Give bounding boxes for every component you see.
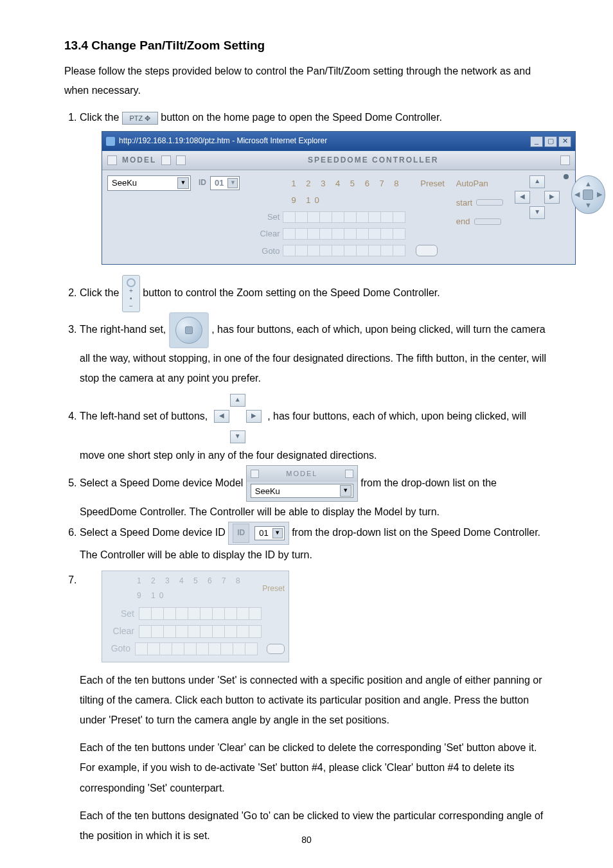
step-down-button[interactable]: ▼ bbox=[230, 430, 245, 443]
step-2: Click the button to control the Zoom set… bbox=[80, 275, 549, 312]
step-up-button[interactable]: ▲ bbox=[529, 175, 545, 188]
id-select-value: 01 bbox=[215, 175, 224, 191]
page-number: 80 bbox=[0, 835, 613, 845]
row-goto-label: Goto bbox=[251, 243, 280, 259]
model-select-value: SeeKu bbox=[255, 483, 280, 499]
speed-dome-controller-window: http://192.168.1.19:1080/ptz.htm - Micro… bbox=[102, 131, 576, 265]
set-buttons-row[interactable] bbox=[283, 211, 405, 223]
row-goto-label: Goto bbox=[106, 640, 130, 657]
id-label: ID bbox=[233, 524, 249, 542]
chevron-down-icon[interactable]: ▼ bbox=[227, 178, 238, 188]
step5-pre: Select a Speed Dome device Model bbox=[80, 477, 246, 488]
autopan-start-button[interactable] bbox=[476, 199, 503, 206]
step2-post: button to control the Zoom setting on th… bbox=[143, 287, 440, 298]
step4-pre: The left-hand set of buttons, bbox=[80, 411, 211, 421]
step-up-button[interactable]: ▲ bbox=[230, 394, 245, 407]
model-select[interactable]: SeeKu ▼ bbox=[107, 175, 191, 191]
step7-para1: Each of the ten buttons under 'Set' is c… bbox=[80, 670, 549, 731]
preset-header: Preset bbox=[420, 175, 445, 208]
id-label: ID bbox=[199, 175, 206, 190]
header-title: SPEEDDOME CONTROLLER bbox=[308, 153, 438, 168]
row-set-label: Set bbox=[106, 605, 134, 623]
controller-header-bar: MODEL SPEEDDOME CONTROLLER bbox=[102, 151, 575, 170]
step-arrow-pad: ▲ ◀ ▶ ▼ bbox=[515, 175, 560, 219]
step-3: The right-hand set, , has four buttons, … bbox=[80, 312, 549, 388]
step-5: Select a Speed Dome device Model MODEL S… bbox=[80, 465, 549, 522]
row-set-label: Set bbox=[251, 209, 280, 225]
preset-numbers: 1 2 3 4 5 6 7 8 9 10 bbox=[137, 574, 249, 604]
ptz-button[interactable]: PTZ ✥ bbox=[122, 112, 158, 125]
header-model-label: MODEL bbox=[122, 153, 156, 168]
window-maximize-button[interactable]: ▢ bbox=[544, 136, 557, 147]
chevron-down-icon[interactable]: ▼ bbox=[177, 177, 189, 189]
autopan-label: AutoPan bbox=[456, 175, 503, 191]
header-square-icon bbox=[107, 155, 117, 165]
header-square-icon bbox=[161, 155, 171, 165]
step2-pre: Click the bbox=[80, 287, 122, 298]
step-right-button[interactable]: ▶ bbox=[544, 191, 560, 204]
step1-post: button on the home page to open the Spee… bbox=[161, 112, 442, 123]
step6-pre: Select a Speed Dome device ID bbox=[80, 527, 228, 538]
model-widget-header: MODEL bbox=[286, 467, 317, 481]
section-heading: 13.4 Change Pan/Tilt/Zoom Setting bbox=[64, 39, 549, 53]
step1-pre: Click the bbox=[80, 112, 122, 123]
continuous-arrow-pad-image[interactable] bbox=[169, 312, 209, 348]
id-select-value: 01 bbox=[259, 525, 268, 541]
step-arrow-pad-image[interactable]: ▲ ◀ ▶ ▼ bbox=[211, 388, 265, 445]
id-select-widget: ID 01 ▼ bbox=[228, 522, 289, 544]
autopan-group: AutoPan start end bbox=[456, 175, 503, 229]
chevron-down-icon[interactable]: ▼ bbox=[272, 528, 283, 538]
step-right-button[interactable]: ▶ bbox=[246, 410, 262, 423]
cont-left-button[interactable]: ◀ bbox=[574, 188, 580, 201]
model-select[interactable]: SeeKu ▼ bbox=[251, 484, 353, 498]
preset-cycle-button[interactable] bbox=[267, 644, 285, 654]
ie-icon bbox=[106, 137, 115, 146]
header-square-icon bbox=[251, 470, 259, 478]
goto-buttons-row[interactable] bbox=[283, 245, 405, 256]
id-select-group: ID 01 ▼ bbox=[199, 175, 240, 190]
row-clear-label: Clear bbox=[106, 623, 134, 640]
step3-pre: The right-hand set, bbox=[80, 324, 169, 335]
cont-up-button[interactable]: ▲ bbox=[585, 177, 592, 191]
zoom-control-image[interactable] bbox=[122, 275, 140, 312]
step-7: 1 2 3 4 5 6 7 8 9 10 Preset Set Clear bbox=[80, 570, 549, 846]
model-select-value: SeeKu bbox=[112, 175, 137, 191]
step-down-button[interactable]: ▼ bbox=[529, 206, 545, 219]
preset-table-image: 1 2 3 4 5 6 7 8 9 10 Preset Set Clear bbox=[102, 571, 289, 662]
preset-numbers: 1 2 3 4 5 6 7 8 9 10 bbox=[291, 175, 413, 208]
id-select[interactable]: 01 ▼ bbox=[210, 176, 240, 190]
autopan-end-button[interactable] bbox=[474, 218, 501, 225]
preset-header: Preset bbox=[258, 581, 285, 596]
cont-down-button[interactable]: ▼ bbox=[585, 199, 592, 212]
step-left-button[interactable]: ◀ bbox=[515, 191, 530, 204]
clear-buttons-row[interactable] bbox=[283, 228, 405, 240]
step-1: Click the PTZ ✥ button on the home page … bbox=[80, 107, 549, 265]
window-titlebar[interactable]: http://192.168.1.19:1080/ptz.htm - Micro… bbox=[102, 132, 575, 150]
continuous-arrow-pad[interactable]: ▲ ◀ ▶ ▼ bbox=[571, 175, 605, 214]
step-left-button[interactable]: ◀ bbox=[214, 410, 229, 423]
id-select[interactable]: 01 ▼ bbox=[254, 526, 284, 540]
cont-right-button[interactable]: ▶ bbox=[597, 188, 602, 201]
autopan-start-label: start bbox=[456, 195, 472, 211]
row-clear-label: Clear bbox=[251, 226, 280, 242]
model-select-widget: MODEL SeeKu ▼ bbox=[246, 465, 358, 502]
window-close-button[interactable]: ✕ bbox=[558, 136, 571, 147]
intro-text: Please follow the steps provided below t… bbox=[64, 62, 549, 100]
goto-buttons-row[interactable] bbox=[136, 642, 258, 655]
clear-buttons-row[interactable] bbox=[139, 625, 262, 638]
preset-cycle-button[interactable] bbox=[416, 245, 438, 256]
window-minimize-button[interactable]: _ bbox=[530, 136, 543, 147]
step-4: The left-hand set of buttons, ▲ ◀ ▶ ▼ , … bbox=[80, 388, 549, 465]
header-square-icon bbox=[560, 155, 570, 165]
step-6: Select a Speed Dome device ID ID 01 ▼ fr… bbox=[80, 522, 549, 565]
header-square-icon bbox=[176, 155, 186, 165]
header-square-icon bbox=[345, 470, 353, 478]
step7-para2: Each of the ten buttons under 'Clear' ca… bbox=[80, 738, 549, 798]
chevron-down-icon[interactable]: ▼ bbox=[340, 485, 351, 497]
window-title: http://192.168.1.19:1080/ptz.htm - Micro… bbox=[119, 134, 327, 148]
autopan-end-label: end bbox=[456, 213, 470, 229]
set-buttons-row[interactable] bbox=[139, 607, 262, 620]
